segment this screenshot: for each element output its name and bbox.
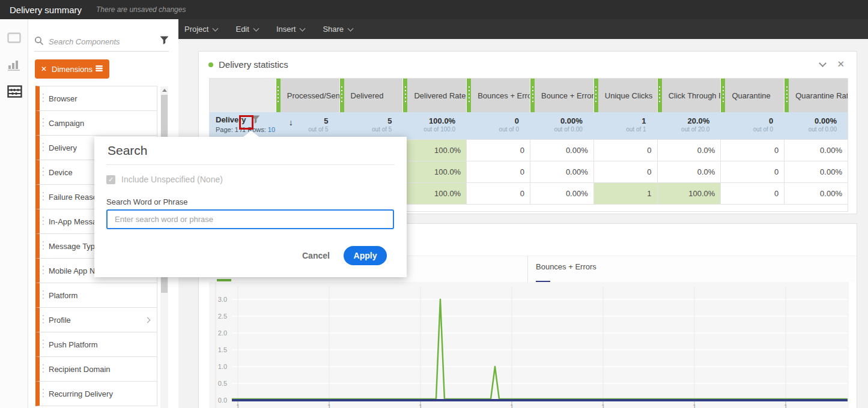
menu-project[interactable]: Project: [184, 25, 217, 34]
sidebar-item-push-platform[interactable]: Push Platform: [35, 332, 157, 357]
menu-insert-label: Insert: [276, 25, 296, 34]
column-header-quarantine-rate[interactable]: Quarantine Rate: [784, 79, 848, 112]
column-header-click-through-rate[interactable]: Click Through Rate: [657, 79, 721, 112]
menu-insert[interactable]: Insert: [276, 25, 305, 34]
apply-button[interactable]: Apply: [344, 246, 387, 265]
chevron-down-icon: [348, 25, 354, 31]
summary-cell-quarantine: 0out of 0: [720, 112, 784, 139]
drag-handle-icon: [43, 290, 44, 300]
scroll-up-icon[interactable]: [162, 89, 167, 92]
sidebar-item-label: Profile: [49, 316, 71, 325]
close-panel-icon[interactable]: ✕: [837, 59, 845, 70]
top-bar: Delivery summary There are unsaved chang…: [0, 0, 868, 19]
summary-value: 1: [593, 116, 646, 125]
column-header-unique-clicks[interactable]: Unique Clicks: [593, 79, 657, 112]
sidebar-item-label: Mobile App N: [49, 266, 95, 275]
drag-handle-icon: [43, 167, 44, 177]
summary-value: 100.0%: [402, 116, 455, 125]
cell-quarantine-rate: 0.00%: [784, 183, 848, 204]
left-rail: [0, 19, 28, 408]
cancel-button[interactable]: Cancel: [302, 251, 330, 260]
components-icon[interactable]: [7, 85, 22, 100]
sidebar-item-profile[interactable]: Profile: [35, 307, 157, 332]
search-components-input[interactable]: [49, 37, 160, 46]
y-tick-label: 1.0: [218, 363, 227, 370]
dimensions-filter-chip[interactable]: ✕ Dimensions: [35, 59, 109, 79]
sidebar-item-label: Recurring Delivery: [49, 389, 113, 398]
y-tick-label: 2.5: [218, 313, 227, 320]
x-tick-label: 1: [236, 403, 240, 408]
x-tick-label: 1: [327, 403, 331, 408]
cell-quarantine: 0: [720, 183, 784, 204]
y-tick-label: 2.0: [218, 329, 227, 337]
x-tick-label: 1: [510, 403, 514, 408]
collapse-panel-icon[interactable]: [819, 59, 827, 67]
sidebar-item-label: Device: [49, 168, 73, 177]
column-header-bounces-errors[interactable]: Bounces + Errors: [466, 79, 530, 112]
legend-swatch: [217, 279, 231, 281]
drag-handle-icon: [43, 389, 44, 398]
app-window: Delivery summary There are unsaved chang…: [0, 0, 868, 408]
sidebar-item-label: Message Type: [49, 242, 99, 251]
sidebar-item-campaign[interactable]: Campaign: [35, 110, 157, 136]
column-header-label: Bounce + Error Rate: [541, 91, 593, 100]
column-header-label: Quarantine: [732, 91, 770, 100]
cell-unique-clicks: 0: [593, 140, 657, 161]
rows-count-link[interactable]: 10: [268, 126, 275, 133]
menu-edit[interactable]: Edit: [235, 25, 258, 34]
sidebar-item-recipient-domain[interactable]: Recipient Domain: [35, 356, 157, 382]
cell-unique-clicks: 1: [593, 183, 657, 204]
remove-filter-icon[interactable]: ✕: [41, 65, 47, 73]
summary-cell-click-through-rate: 20.0%out of 20.0: [657, 112, 721, 139]
dimensions-stack-icon: [95, 65, 103, 74]
column-header-label: Unique Clicks: [605, 91, 652, 100]
include-unspecified-checkbox[interactable]: ✓: [106, 175, 115, 184]
panels-icon[interactable]: [7, 32, 21, 46]
summary-out-of: out of 0.00: [530, 126, 583, 133]
cell-bounce-error-rate: 0.00%: [530, 161, 593, 182]
column-header-bounce-error-rate[interactable]: Bounce + Error Rate: [530, 79, 593, 112]
table-summary-row[interactable]: DeliveryPage: 1 /1 Rows: 10↓5out of 55ou…: [210, 112, 848, 139]
drag-handle-icon: [43, 94, 44, 103]
row-header-cell: DeliveryPage: 1 /1 Rows: 10: [210, 112, 276, 139]
sidebar-item-label: Failure Reason: [49, 193, 102, 202]
cell-bounce-error-rate: 0.00%: [530, 140, 593, 161]
cell-click-through-rate: 0.0%: [657, 161, 721, 182]
drag-handle-icon: [43, 118, 44, 128]
summary-cell-delivered: 5out of 5: [339, 112, 403, 139]
sort-descending-icon[interactable]: ↓: [289, 118, 293, 127]
status-dot: [208, 62, 213, 67]
column-header-delivered[interactable]: Delivered: [339, 79, 403, 112]
filter-funnel-icon[interactable]: [251, 115, 260, 124]
cell-click-through-rate: 100.0%: [657, 183, 721, 204]
chart-plot: 11111113.02.52.01.51.00.50.0: [209, 282, 849, 408]
search-word-input[interactable]: [106, 209, 394, 229]
visualizations-icon[interactable]: [7, 59, 21, 73]
filter-icon[interactable]: [160, 36, 169, 47]
column-header-delivered-rate[interactable]: Delivered Rate: [402, 79, 466, 112]
x-tick-label: 1: [784, 403, 788, 408]
row-header-name: Delivery: [216, 115, 246, 124]
summary-value: 0: [720, 116, 773, 125]
summary-value: 0.00%: [784, 116, 837, 125]
column-header-quarantine[interactable]: Quarantine: [720, 79, 784, 112]
chevron-right-icon[interactable]: [145, 317, 151, 323]
column-header-label: Click Through Rate: [669, 91, 721, 100]
filter-chip-label: Dimensions: [52, 65, 95, 74]
column-header-processed-sent[interactable]: Processed/Sent: [276, 79, 339, 112]
sidebar-item-browser[interactable]: Browser: [35, 86, 157, 111]
menu-edit-label: Edit: [235, 25, 249, 34]
panel-title: Delivery statistics: [219, 59, 288, 70]
sidebar-item-platform[interactable]: Platform: [35, 283, 157, 308]
sidebar-item-label: Push Platform: [49, 340, 98, 349]
summary-out-of: out of 1: [593, 126, 646, 133]
sidebar-item-recurring-delivery[interactable]: Recurring Delivery: [35, 381, 157, 406]
summary-out-of: out of 100.0: [402, 126, 455, 133]
summary-out-of: out of 5: [276, 126, 329, 133]
legend-item-bounces-errors[interactable]: Bounces + Errors: [527, 256, 857, 283]
cell-delivered-rate: 100.0%: [402, 183, 466, 204]
summary-cell-bounce-error-rate: 0.00%out of 0.00: [530, 112, 593, 139]
menu-share[interactable]: Share: [323, 25, 353, 34]
summary-value: 0: [466, 116, 519, 125]
x-tick-label: 1: [601, 403, 605, 408]
